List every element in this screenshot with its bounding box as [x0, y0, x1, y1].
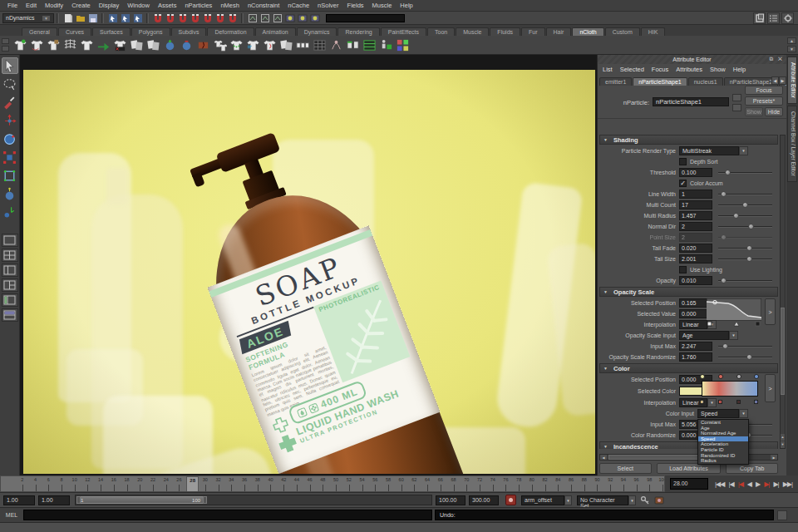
os-input-max-slider[interactable] — [718, 342, 772, 351]
multi-count-field[interactable]: 17 — [679, 200, 712, 209]
script-editor-icon[interactable] — [777, 510, 787, 520]
save-scene-icon[interactable] — [87, 12, 98, 23]
shelf-tab-toon[interactable]: Toon — [427, 27, 455, 36]
universal-manipulator[interactable] — [2, 167, 18, 184]
dropdown-option-randomized-id[interactable]: Randomized ID — [698, 453, 748, 459]
presets-button[interactable]: Presets* — [745, 96, 783, 106]
paint-select-tool[interactable] — [2, 94, 18, 111]
os-randomize-field[interactable]: 1.760 — [679, 352, 712, 362]
shirt-passive-icon[interactable] — [46, 37, 61, 52]
tab-channel-box[interactable]: Channel Box / Layer Editor — [787, 106, 797, 182]
line-width-slider[interactable] — [718, 190, 772, 199]
threshold-slider[interactable] — [718, 168, 772, 177]
key-icon[interactable] — [639, 495, 650, 505]
construction-history-icon[interactable] — [272, 12, 283, 23]
ipr-render-icon[interactable] — [297, 12, 308, 23]
command-language-toggle[interactable]: MEL — [0, 512, 23, 518]
step-forward-button[interactable]: ▶| — [773, 480, 778, 488]
shirt-wind-icon[interactable] — [245, 37, 260, 52]
ramp-delete-marker[interactable]: ✕ — [718, 400, 722, 404]
lasso-tool[interactable] — [2, 76, 18, 92]
node-name-field[interactable]: nParticleShape1 — [653, 97, 729, 106]
show-button[interactable]: Show — [745, 107, 763, 116]
tab-scroll-right[interactable]: ▶ — [779, 76, 786, 85]
range-start-handle[interactable] — [76, 496, 81, 504]
sphere-attach-icon[interactable] — [162, 37, 177, 52]
normal-dir-slider[interactable] — [718, 222, 772, 231]
menu-set-dropdown[interactable]: nDynamics ▼ — [2, 13, 54, 23]
color-input-open-dropdown[interactable]: ConstantAgeNormalized AgeSpeedAccelerati… — [697, 419, 749, 465]
dropdown-option-speed[interactable]: Speed — [698, 436, 748, 442]
snap-view-icon[interactable] — [202, 12, 213, 23]
show-manipulator[interactable] — [2, 204, 18, 220]
open-scene-icon[interactable] — [75, 12, 86, 23]
scroll-up-arrow[interactable]: ▲ — [781, 434, 785, 441]
shelf-tab-custom[interactable]: Custom — [605, 27, 640, 36]
docs-cache-icon[interactable] — [129, 37, 144, 52]
menu-nconstraint[interactable]: nConstraint — [244, 2, 283, 9]
ae-tab-nucleus1[interactable]: nucleus1 — [688, 77, 723, 86]
character-set-dropdown[interactable]: No Character Set ▼ — [577, 495, 636, 505]
go-to-start-button[interactable]: |◀◀ — [715, 480, 724, 488]
os-randomize-slider[interactable] — [718, 352, 772, 362]
shirt-create-icon[interactable] — [12, 37, 27, 52]
ramp-delete-marker[interactable]: ✕ — [736, 400, 741, 404]
opacity-scale-header[interactable]: Opacity Scale — [599, 287, 778, 297]
close-icon[interactable]: ✕ — [778, 56, 784, 62]
menu-assets[interactable]: Assets — [154, 2, 181, 9]
playback-start-field[interactable]: 1.00 — [38, 495, 70, 505]
shelf-tab-general[interactable]: General — [22, 27, 57, 36]
horizontal-scrollbar[interactable]: ◀ ▶ — [599, 454, 778, 461]
menu-nmesh[interactable]: nMesh — [216, 2, 244, 9]
shelf-tab-painteffects[interactable]: PaintEffects — [381, 27, 426, 36]
step-back-button[interactable]: |◀ — [728, 480, 733, 488]
shelf-tab-animation[interactable]: Animation — [255, 27, 296, 36]
range-end-handle[interactable] — [203, 496, 207, 504]
sidebar-list-icon[interactable] — [767, 12, 780, 24]
select-button[interactable]: Select — [599, 463, 652, 474]
render-current-icon[interactable] — [284, 12, 295, 23]
ramp-marker[interactable] — [718, 374, 723, 379]
opacity-ramp-expand-button[interactable]: > — [765, 298, 776, 325]
shirt-tear-icon[interactable] — [262, 37, 277, 52]
dropdown-option-particle-id[interactable]: Particle ID — [698, 447, 748, 453]
color-ramp-expand-button[interactable]: > — [765, 374, 776, 402]
grid-dark-icon[interactable] — [312, 37, 327, 52]
tail-fade-field[interactable]: 0.020 — [679, 244, 712, 253]
snap-center-icon[interactable] — [227, 12, 238, 23]
focus-button[interactable]: Focus — [745, 86, 783, 95]
scroll-left-arrow[interactable]: ◀ — [600, 455, 607, 460]
load-attributes-button[interactable]: Load Attributes — [657, 463, 722, 474]
sidebar-box-icon[interactable] — [753, 12, 766, 24]
ramp-marker[interactable] — [736, 374, 741, 379]
menu-create[interactable]: Create — [67, 2, 95, 9]
menu-help[interactable]: Help — [396, 2, 416, 9]
command-input[interactable] — [23, 510, 432, 520]
shelf-tab-polygons[interactable]: Polygons — [131, 27, 170, 36]
menu-fields[interactable]: Fields — [343, 2, 368, 9]
color-accum-checkbox[interactable]: ✓ — [679, 180, 687, 187]
sidebar-gear-icon[interactable] — [781, 12, 794, 24]
play-backwards-button[interactable]: ◀ — [747, 480, 751, 488]
colorgrid-com-icon[interactable] — [395, 37, 410, 52]
opacity-slider[interactable] — [718, 276, 772, 285]
outliner-persp-layout[interactable] — [2, 293, 18, 307]
menu-edit[interactable]: Edit — [22, 2, 41, 9]
shelf-tab-subdivs[interactable]: Subdivs — [171, 27, 207, 36]
dropdown-option-constant[interactable]: Constant — [698, 420, 748, 426]
color-ramp-widget[interactable]: ✕ ✕ ✕ ✕ — [698, 374, 761, 404]
scale-tool[interactable] — [2, 149, 18, 165]
scroll-down-arrow[interactable]: ▼ — [781, 441, 785, 448]
arrow-make-collide-icon[interactable] — [96, 37, 111, 52]
shelf-tab-ncloth[interactable]: nCloth — [572, 27, 603, 36]
prev-key-button[interactable]: |◀ — [738, 480, 743, 488]
auto-keyframe-toggle[interactable] — [505, 495, 516, 505]
snap-live-icon[interactable] — [214, 12, 225, 23]
hands-paint-icon[interactable] — [328, 37, 343, 52]
expand-node-button[interactable] — [732, 104, 741, 111]
snap-curve-icon[interactable] — [165, 12, 175, 23]
animation-preferences-icon[interactable] — [653, 495, 664, 505]
ae-tab-nParticleShape2[interactable]: nParticleShape2 — [724, 77, 778, 86]
tail-fade-slider[interactable] — [718, 244, 772, 253]
menu-modify[interactable]: Modify — [41, 2, 67, 9]
